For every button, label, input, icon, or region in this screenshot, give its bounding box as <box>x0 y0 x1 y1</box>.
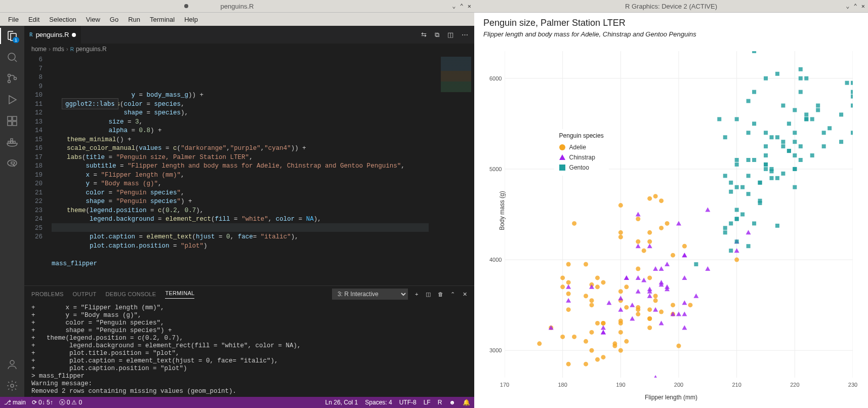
svg-marker-115 <box>566 284 571 289</box>
svg-marker-136 <box>630 316 635 321</box>
language-mode[interactable]: R <box>438 399 442 406</box>
svg-marker-103 <box>665 262 670 266</box>
svg-point-86 <box>636 217 640 221</box>
settings-gear-icon[interactable] <box>6 380 18 392</box>
svg-point-55 <box>665 221 670 226</box>
terminal-selector[interactable]: 3: R Interactive <box>332 289 408 300</box>
svg-marker-133 <box>705 266 710 271</box>
menu-go[interactable]: Go <box>106 15 122 24</box>
split-preview-icon[interactable]: ⧉ <box>435 31 439 39</box>
svg-point-1 <box>8 74 11 77</box>
legend-row: Gentoo <box>559 162 604 173</box>
split-editor-icon[interactable]: ◫ <box>447 31 453 39</box>
menu-file[interactable]: File <box>4 15 23 24</box>
svg-marker-101 <box>606 300 611 305</box>
intellisense-hint[interactable]: ggplot2::labs <box>62 98 118 109</box>
explorer-icon[interactable]: 1 <box>6 30 18 42</box>
search-icon[interactable] <box>6 51 18 63</box>
svg-point-12 <box>8 160 17 166</box>
warning-icon: ⚠ <box>71 399 77 406</box>
chevron-up-icon[interactable]: ⌃ <box>450 291 455 298</box>
svg-point-80 <box>618 203 623 208</box>
minimize-icon[interactable]: ⌄ <box>846 3 849 10</box>
panel-tab-terminal[interactable]: TERMINAL <box>165 290 194 299</box>
minimap[interactable] <box>429 55 474 285</box>
maximize-icon[interactable]: ⌃ <box>854 3 857 10</box>
svg-point-73 <box>688 303 692 307</box>
crumb-mds[interactable]: mds <box>53 46 64 53</box>
close-icon[interactable]: ✕ <box>861 3 865 10</box>
svg-rect-212 <box>787 121 791 126</box>
maximize-icon[interactable]: ⌃ <box>460 3 464 10</box>
line-number-gutter: 67891011121314151617181920212223242526 <box>24 55 52 285</box>
encoding[interactable]: UTF-8 <box>399 399 417 406</box>
minimize-icon[interactable]: ⌄ <box>452 3 456 10</box>
run-debug-icon[interactable] <box>6 94 18 106</box>
terminal-output[interactable]: + x = "Flipper length (mm)", + y = "Body… <box>24 302 474 397</box>
panel-tab-output[interactable]: OUTPUT <box>73 291 97 297</box>
menu-help[interactable]: Help <box>180 15 202 24</box>
vscode-titlebar[interactable]: penguins.R ⌄ ⌃ ✕ <box>0 0 474 13</box>
panel-tab-problems[interactable]: PROBLEMS <box>31 291 64 297</box>
menu-run[interactable]: Run <box>124 15 144 24</box>
notifications-icon[interactable]: 🔔 <box>463 399 470 406</box>
eol[interactable]: LF <box>424 399 431 406</box>
svg-marker-114 <box>659 321 664 325</box>
svg-point-96 <box>566 307 571 312</box>
svg-rect-226 <box>793 167 797 171</box>
svg-marker-140 <box>746 230 751 234</box>
new-terminal-icon[interactable]: + <box>415 291 419 297</box>
svg-rect-159 <box>752 51 756 53</box>
trash-icon[interactable]: 🗑 <box>438 291 443 297</box>
panel-tab-debug[interactable]: DEBUG CONSOLE <box>106 291 156 297</box>
more-icon[interactable]: ⋯ <box>462 31 468 39</box>
git-sync[interactable]: ⟳ 0↓ 5↑ <box>32 399 53 406</box>
breadcrumbs[interactable]: home › mds › R penguins.R <box>24 44 474 55</box>
split-terminal-icon[interactable]: ◫ <box>426 291 431 298</box>
svg-marker-129 <box>682 312 687 316</box>
problems-count[interactable]: ⓧ0 ⚠0 <box>59 398 82 407</box>
r-lang-icon[interactable] <box>6 157 18 170</box>
account-icon[interactable] <box>6 358 18 371</box>
svg-rect-223 <box>822 131 826 135</box>
svg-point-56 <box>590 348 594 353</box>
graphics-titlebar[interactable]: R Graphics: Device 2 (ACTIVE) ⌄ ⌃ ✕ <box>474 0 868 13</box>
crumb-file[interactable]: penguins.R <box>76 46 107 53</box>
svg-rect-211 <box>694 262 698 266</box>
svg-rect-229 <box>717 117 721 121</box>
menu-selection[interactable]: Selection <box>45 15 80 24</box>
code-editor[interactable]: 67891011121314151617181920212223242526 g… <box>24 55 474 285</box>
svg-point-49 <box>595 357 600 362</box>
status-bar: ⎇ main ⟳ 0↓ 5↑ ⓧ0 ⚠0 Ln 26, Col 1 Spaces… <box>0 397 474 408</box>
editor-actions: ⇆ ⧉ ◫ ⋯ <box>421 31 474 39</box>
svg-rect-167 <box>764 76 768 80</box>
svg-rect-193 <box>729 181 733 185</box>
bottom-panel: PROBLEMS OUTPUT DEBUG CONSOLE TERMINAL 3… <box>24 285 474 397</box>
sync-icon: ⟳ <box>32 399 37 406</box>
menu-terminal[interactable]: Terminal <box>146 15 179 24</box>
feedback-icon[interactable]: ☻ <box>449 399 456 406</box>
cursor-position[interactable]: Ln 26, Col 1 <box>325 399 358 406</box>
close-panel-icon[interactable]: ✕ <box>463 291 467 298</box>
svg-rect-186 <box>793 131 797 135</box>
menu-view[interactable]: View <box>82 15 104 24</box>
svg-rect-222 <box>752 158 756 162</box>
editor-tab[interactable]: R penguins.R <box>24 26 81 44</box>
indentation[interactable]: Spaces: 4 <box>365 399 392 406</box>
docker-icon[interactable] <box>6 136 18 148</box>
compare-icon[interactable]: ⇆ <box>421 31 427 39</box>
code-content[interactable]: ggplot2::labs y = body_mass_g)) + geom_p… <box>52 55 429 285</box>
crumb-home[interactable]: home <box>31 46 47 53</box>
close-icon[interactable]: ✕ <box>468 3 471 10</box>
svg-rect-173 <box>822 144 826 148</box>
legend-row: Adelie <box>559 142 604 152</box>
menubar: File Edit Selection View Go Run Terminal… <box>0 13 474 26</box>
source-control-icon[interactable] <box>6 72 18 85</box>
y-tick: 3000 <box>489 347 502 353</box>
svg-rect-146 <box>740 213 745 217</box>
vscode-body: 1 <box>0 26 474 408</box>
svg-marker-131 <box>647 287 652 291</box>
menu-edit[interactable]: Edit <box>24 15 44 24</box>
git-branch[interactable]: ⎇ main <box>4 399 26 406</box>
extensions-icon[interactable] <box>6 115 18 127</box>
